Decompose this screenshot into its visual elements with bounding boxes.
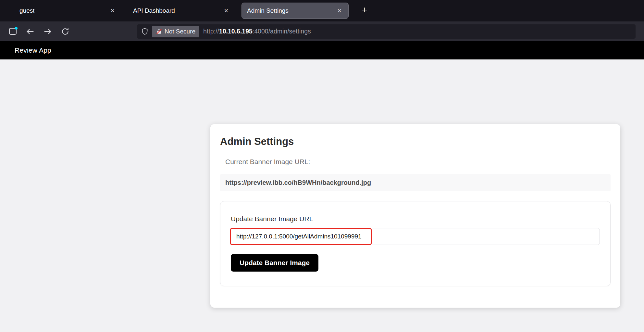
tab-label: guest bbox=[19, 7, 34, 14]
not-secure-badge[interactable]: Not Secure bbox=[152, 26, 199, 37]
address-bar[interactable]: Not Secure http://10.10.6.195:4000/admin… bbox=[137, 24, 636, 39]
page-title: Admin Settings bbox=[220, 136, 611, 147]
close-icon[interactable]: ✕ bbox=[222, 7, 230, 15]
tab-label: API Dashboard bbox=[133, 7, 175, 14]
forward-icon[interactable] bbox=[40, 24, 55, 39]
url-host: 10.10.6.195 bbox=[219, 28, 253, 35]
banner-url-input[interactable] bbox=[231, 228, 600, 245]
insecure-lock-icon bbox=[156, 28, 162, 35]
security-label: Not Secure bbox=[165, 28, 195, 35]
app-header: Review App bbox=[0, 41, 644, 59]
firefox-view-glyph bbox=[9, 28, 17, 35]
update-banner-button[interactable]: Update Banner Image bbox=[231, 254, 318, 272]
banner-url-input-wrap bbox=[231, 228, 600, 245]
firefox-view-icon[interactable] bbox=[5, 24, 20, 39]
url-path: :4000/admin/settings bbox=[253, 28, 311, 35]
tab-bar: guest ✕ API Dashboard ✕ Admin Settings ✕… bbox=[0, 0, 644, 21]
current-banner-label: Current Banner Image URL: bbox=[220, 158, 611, 166]
page-content: Admin Settings Current Banner Image URL:… bbox=[0, 59, 644, 332]
tab-label: Admin Settings bbox=[247, 7, 289, 14]
admin-settings-card: Admin Settings Current Banner Image URL:… bbox=[210, 124, 620, 308]
tab-api-dashboard[interactable]: API Dashboard ✕ bbox=[128, 3, 235, 19]
app-title: Review App bbox=[15, 46, 51, 54]
update-banner-form: Update Banner Image URL Update Banner Im… bbox=[220, 201, 611, 286]
tab-admin-settings[interactable]: Admin Settings ✕ bbox=[242, 3, 349, 19]
current-banner-url: https://preview.ibb.co/hB9WHn/background… bbox=[220, 174, 611, 191]
close-icon[interactable]: ✕ bbox=[335, 7, 344, 15]
tab-guest[interactable]: guest ✕ bbox=[14, 3, 121, 19]
browser-toolbar: Not Secure http://10.10.6.195:4000/admin… bbox=[0, 21, 644, 41]
banner-url-input-label: Update Banner Image URL bbox=[231, 215, 600, 223]
close-icon[interactable]: ✕ bbox=[108, 7, 117, 15]
url-scheme: http:// bbox=[203, 28, 219, 35]
url-text: http://10.10.6.195:4000/admin/settings bbox=[203, 28, 311, 35]
notification-dot bbox=[15, 27, 18, 30]
shield-icon[interactable] bbox=[141, 28, 149, 35]
back-icon[interactable] bbox=[23, 24, 38, 39]
reload-icon[interactable] bbox=[58, 24, 73, 39]
new-tab-button[interactable]: + bbox=[357, 5, 372, 17]
